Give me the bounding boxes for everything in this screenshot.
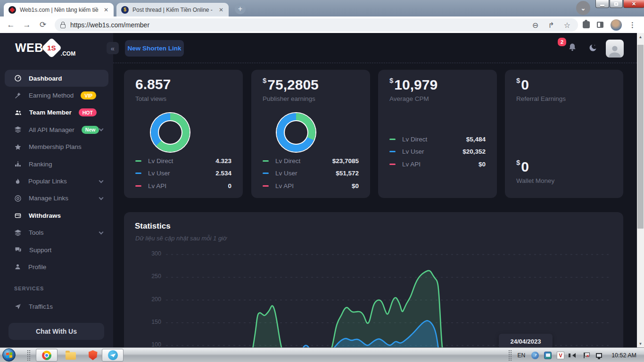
chevron-down-icon (99, 178, 104, 183)
url-text[interactable]: https://web1s.com/member (70, 21, 528, 29)
taskbar-brave-button[interactable] (85, 349, 101, 361)
card-label: Referral Earnings (516, 95, 566, 102)
tab-post-thread[interactable]: $ Post thread | Kiếm Tiền Online - | ✕ (116, 3, 229, 16)
user-avatar[interactable] (606, 40, 624, 58)
blue-dash-icon (389, 151, 396, 152)
side-panel-icon[interactable] (597, 22, 603, 28)
paper-plane-icon (14, 303, 22, 310)
chat-with-us-button[interactable]: Chat With Us (8, 323, 104, 340)
sidebar-item-traffic1s[interactable]: Traffic1s (0, 298, 113, 315)
tab-web1s[interactable]: Web1s.com | Nền tảng kiếm tiền ✕ (4, 3, 114, 16)
chart-tooltip: 24/04/2023 (499, 334, 553, 347)
sidebar-item-withdraws[interactable]: Withdraws (0, 207, 113, 224)
sidebar-item-support[interactable]: Support (0, 241, 113, 258)
taskbar-explorer-button[interactable] (63, 349, 79, 361)
web1s-favicon-icon (8, 6, 16, 14)
new-shorten-link-button[interactable]: New Shorten Link (125, 40, 184, 57)
views-donut-chart (151, 113, 190, 152)
network-icon[interactable] (595, 352, 603, 359)
web1s-logo[interactable]: WEB 1S .COM (0, 33, 113, 63)
magic-wand-icon (14, 92, 22, 99)
sidebar-item-manage-links[interactable]: Manage Links (0, 190, 113, 207)
sidebar-menu: Dashboard Earning Method VIP Team Member… (0, 70, 113, 276)
browser-profile-avatar[interactable] (611, 19, 622, 31)
new-tab-button[interactable]: + (235, 3, 246, 14)
statistics-area-chart[interactable] (165, 245, 614, 347)
users-icon (14, 109, 22, 116)
sidebar-item-dashboard[interactable]: Dashboard (5, 70, 108, 87)
referral-wallet-card: $0 Referral Earnings $0 Wallet Money (505, 70, 623, 198)
scroll-down-icon[interactable]: ▼ (637, 340, 644, 347)
scrollbar-thumb[interactable] (637, 45, 644, 229)
tab-close-icon[interactable]: ✕ (102, 7, 110, 13)
sidebar-item-ranking[interactable]: Ranking (0, 156, 113, 173)
start-button[interactable] (2, 348, 16, 362)
card-label: Publisher earnings (263, 95, 315, 102)
clock[interactable]: 10:52 AM (611, 352, 636, 359)
average-cpm-card: $10,979 Average CPM Lv Direct$5,484 Lv U… (378, 70, 497, 198)
restore-button[interactable] (610, 0, 623, 8)
green-dash-icon (135, 160, 141, 162)
card-label: Wallet Money (516, 177, 554, 184)
volume-icon[interactable] (570, 352, 577, 359)
taskbar: EN .7 V 10:52 AM (0, 347, 644, 362)
sidebar-collapse-button[interactable]: « (107, 42, 119, 54)
pink-dash-icon (263, 185, 269, 187)
sidebar-item-popular-links[interactable]: Popular Links (0, 173, 113, 189)
windows-logo-icon (6, 352, 12, 358)
sidebar-item-membership-plans[interactable]: Membership Plans (0, 139, 113, 156)
taskbar-chrome-button[interactable] (36, 349, 58, 362)
tray-grip[interactable] (508, 350, 512, 361)
sidebar-item-tools[interactable]: Tools (0, 224, 113, 241)
page-scrollbar[interactable]: ▲ ▼ (637, 33, 644, 347)
back-button[interactable]: ← (3, 20, 19, 30)
legend-row: Lv Direct$5,484 (378, 133, 497, 146)
star-icon (14, 143, 22, 151)
close-button[interactable]: ✕ (623, 0, 644, 8)
tab-search-chevron-icon[interactable]: ⌄ (576, 1, 590, 15)
system-tray: EN .7 V 10:52 AM (508, 348, 642, 362)
lock-icon[interactable] (60, 24, 66, 28)
theme-toggle-button[interactable] (588, 43, 597, 54)
publisher-earnings-card: $75,2805 Publisher earnings Lv Direct$23… (251, 70, 370, 198)
green-dash-icon (263, 160, 269, 162)
sidebar-item-earning-method[interactable]: Earning Method VIP (0, 87, 113, 104)
y-axis-tick: 150 (141, 319, 161, 325)
language-indicator[interactable]: EN (518, 352, 526, 359)
sidebar-item-all-api-manager[interactable]: All API Manager New (0, 121, 113, 138)
blue-circle-icon[interactable]: .7 (531, 352, 539, 359)
bookmark-star-icon[interactable]: ☆ (564, 21, 570, 30)
web-page: WEB 1S .COM Dashboard Earning Method VIP… (0, 33, 637, 347)
brave-icon (89, 350, 98, 360)
y-axis-tick: 250 (141, 273, 161, 280)
address-bar[interactable]: https://web1s.com/member ⊖ ↱ ☆ (55, 18, 578, 32)
flag-icon[interactable] (582, 352, 590, 359)
taskbar-telegram-button[interactable] (102, 349, 124, 362)
minimize-button[interactable] (595, 0, 609, 8)
green-dash-icon (389, 139, 396, 140)
legend-row: Lv API$0 (378, 158, 497, 171)
taskbar-grip[interactable] (27, 350, 31, 361)
logo-diamond: 1S (41, 38, 62, 58)
legend-row: Lv Direct$23,7085 (251, 155, 370, 167)
scroll-up-icon[interactable]: ▲ (637, 33, 644, 41)
forward-button[interactable]: → (19, 20, 35, 30)
v-icon[interactable]: V (557, 352, 564, 359)
sidebar-item-profile[interactable]: Profile (0, 258, 113, 275)
sidebar-item-team-member[interactable]: Team Member HOT (0, 104, 113, 121)
tab-close-icon[interactable]: ✕ (217, 7, 225, 13)
earnings-donut-chart (277, 113, 315, 152)
zoom-out-icon[interactable]: ⊖ (532, 21, 538, 30)
keyboard-icon[interactable] (544, 352, 552, 359)
browser-menu-icon[interactable]: ⋮ (629, 21, 636, 29)
sidebar: WEB 1S .COM Dashboard Earning Method VIP… (0, 33, 113, 347)
reload-button[interactable]: ⟳ (35, 20, 51, 30)
logo-text: WEB (15, 41, 43, 55)
legend-row: Lv Direct4.323 (124, 155, 243, 167)
pink-dash-icon (135, 185, 141, 187)
share-icon[interactable]: ↱ (548, 21, 554, 30)
card-legend: Lv Direct$23,7085 Lv User$51,572 Lv API$… (251, 155, 370, 192)
notifications-button[interactable] (568, 42, 577, 54)
extensions-icon[interactable] (583, 21, 590, 28)
card-legend: Lv Direct4.323 Lv User2.534 Lv API0 (124, 155, 243, 192)
